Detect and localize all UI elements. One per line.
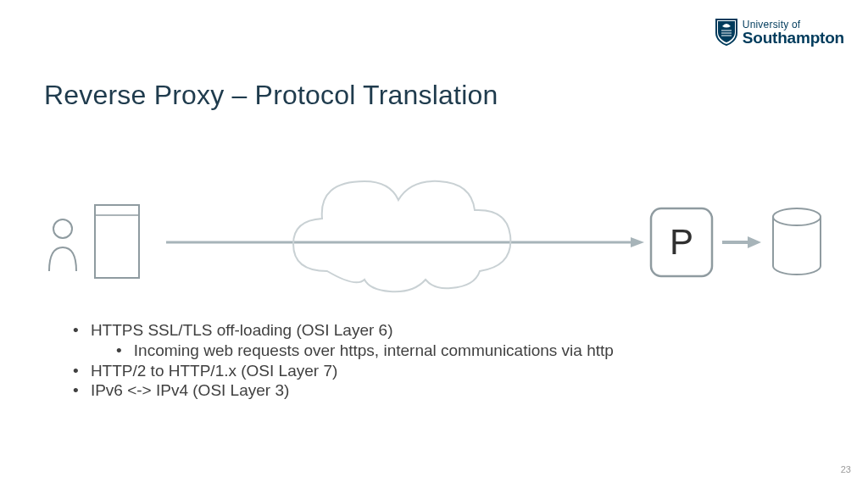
svg-point-0: [53, 219, 72, 238]
user-icon: [49, 219, 76, 271]
bullet-list: HTTPS SSL/TLS off-loading (OSI Layer 6) …: [73, 320, 614, 401]
page-number: 23: [841, 464, 851, 474]
logo-line2: Southampton: [743, 30, 844, 46]
diagram: P: [47, 169, 827, 313]
svg-marker-7: [748, 236, 761, 248]
logo-text: University of Southampton: [743, 19, 844, 46]
slide-title: Reverse Proxy – Protocol Translation: [44, 80, 498, 111]
bullet-1a: Incoming web requests over https, intern…: [116, 341, 614, 361]
database-icon: [773, 208, 821, 274]
cloud-icon: [293, 181, 510, 291]
proxy-label: P: [670, 222, 693, 262]
logo-line1: University of: [743, 19, 844, 30]
arrow-client-to-proxy-icon: [166, 237, 644, 247]
arrow-proxy-to-db-icon: [722, 236, 761, 248]
svg-point-8: [773, 208, 821, 225]
bullet-3: IPv6 <-> IPv4 (OSI Layer 3): [73, 380, 614, 401]
slide: University of Southampton Reverse Proxy …: [0, 0, 868, 488]
bullet-1: HTTPS SSL/TLS off-loading (OSI Layer 6) …: [73, 320, 614, 361]
client-box-icon: [95, 205, 139, 278]
svg-marker-4: [631, 237, 644, 247]
bullet-2: HTTP/2 to HTTP/1.x (OSI Layer 7): [73, 361, 614, 381]
shield-icon: [715, 19, 737, 46]
university-logo: University of Southampton: [715, 19, 844, 46]
proxy-box: P: [651, 208, 712, 276]
svg-rect-1: [95, 205, 139, 278]
